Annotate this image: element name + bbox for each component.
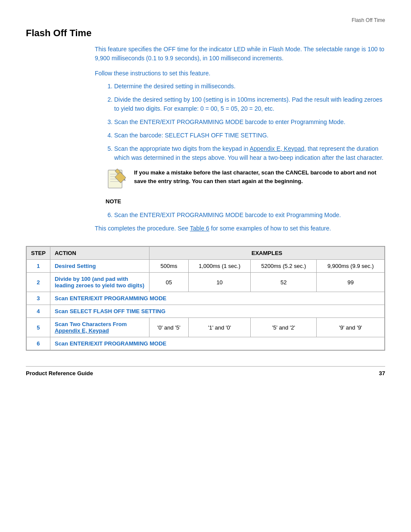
table-row: 2Divide by 100 (and pad with leading zer…: [27, 273, 385, 292]
table-cell-example: '0' and '5': [149, 318, 188, 337]
table-cell-action-span: Scan SELECT FLASH OFF TIME SETTING: [50, 305, 384, 318]
step-6-text: Scan the ENTER/EXIT PROGRAMMING MODE bar…: [114, 212, 341, 218]
instructions-list: Determine the desired setting in millise…: [106, 82, 385, 162]
intro-text: This feature specifies the OFF time for …: [95, 45, 385, 63]
completes-text-before: This completes the procedure. See: [95, 225, 190, 232]
table-cell-example: 5200ms (5.2 sec.): [251, 260, 317, 273]
table-cell-action: Divide by 100 (and pad with leading zero…: [50, 273, 149, 292]
completes-text: This completes the procedure. See Table …: [95, 224, 385, 233]
note-label: NOTE: [106, 198, 385, 205]
table-cell-step: 2: [27, 273, 50, 292]
table-cell-step: 5: [27, 318, 50, 337]
note-box: If you make a mistake before the last ch…: [106, 168, 385, 192]
table-row: 1Desired Setting500ms1,000ms (1 sec.)520…: [27, 260, 385, 273]
table-row: 5Scan Two Characters FromAppendix E, Key…: [27, 318, 385, 337]
step-6-list: Scan the ENTER/EXIT PROGRAMMING MODE bar…: [106, 211, 385, 220]
footer-product-name: Product Reference Guide: [26, 370, 93, 376]
table-cell-example: '5' and '2': [251, 318, 317, 337]
col-header-step: STEP: [27, 247, 50, 260]
table-cell-step: 6: [27, 337, 50, 350]
examples-table-wrapper: STEP ACTION EXAMPLES 1Desired Setting500…: [26, 246, 385, 351]
table-cell-action-span: Scan ENTER/EXIT PROGRAMMING MODE: [50, 292, 384, 305]
table-row: 4Scan SELECT FLASH OFF TIME SETTING: [27, 305, 385, 318]
note-svg-icon: [106, 168, 127, 192]
step-4: Scan the barcode: SELECT FLASH OFF TIME …: [114, 131, 385, 140]
table-header-row: STEP ACTION EXAMPLES: [27, 247, 385, 260]
table-cell-action: Scan Two Characters FromAppendix E, Keyp…: [50, 318, 149, 337]
note-bold-text: If you make a mistake before the last ch…: [134, 169, 377, 184]
table-cell-step: 3: [27, 292, 50, 305]
appendix-link-table[interactable]: Appendix E, Keypad: [55, 327, 109, 334]
step-6-container: Scan the ENTER/EXIT PROGRAMMING MODE bar…: [106, 211, 385, 220]
header-section-title: Flash Off Time: [352, 17, 385, 23]
page: Flash Off Time Flash Off Time This featu…: [0, 0, 411, 389]
step-3: Scan the ENTER/EXIT PROGRAMMING MODE bar…: [114, 118, 385, 127]
table-cell-example: 99: [317, 273, 385, 292]
step-2: Divide the desired setting by 100 (setti…: [114, 95, 385, 113]
col-header-examples: EXAMPLES: [149, 247, 384, 260]
step-2-text: Divide the desired setting by 100 (setti…: [114, 96, 383, 112]
table6-link[interactable]: Table 6: [190, 225, 209, 232]
examples-table: STEP ACTION EXAMPLES 1Desired Setting500…: [26, 246, 385, 350]
table-cell-example: '1' and '0': [188, 318, 250, 337]
step-6: Scan the ENTER/EXIT PROGRAMMING MODE bar…: [114, 211, 385, 220]
note-icon: [106, 168, 127, 192]
table-cell-step: 1: [27, 260, 50, 273]
table-cell-example: 05: [149, 273, 188, 292]
page-footer: Product Reference Guide 37: [26, 366, 385, 376]
completes-text-after: for some examples of how to set this fea…: [209, 225, 331, 232]
step-4-text: Scan the barcode: SELECT FLASH OFF TIME …: [114, 132, 268, 139]
table-cell-step: 4: [27, 305, 50, 318]
table-row: 3Scan ENTER/EXIT PROGRAMMING MODE: [27, 292, 385, 305]
table-row: 6Scan ENTER/EXIT PROGRAMMING MODE: [27, 337, 385, 350]
table-cell-action: Desired Setting: [50, 260, 149, 273]
page-title: Flash Off Time: [26, 28, 385, 39]
table-body: 1Desired Setting500ms1,000ms (1 sec.)520…: [27, 260, 385, 350]
step-5-text-before: Scan the appropriate two digits from the…: [114, 145, 249, 152]
table-cell-example: 500ms: [149, 260, 188, 273]
appendix-link[interactable]: Appendix E, Keypad: [249, 145, 304, 152]
table-cell-example: 9,900ms (9.9 sec.): [317, 260, 385, 273]
table-cell-example: 52: [251, 273, 317, 292]
page-header-section: Flash Off Time: [26, 17, 385, 23]
follow-instructions-text: Follow these instructions to set this fe…: [95, 70, 385, 77]
table-cell-example: '9' and '9': [317, 318, 385, 337]
step-5: Scan the appropriate two digits from the…: [114, 144, 385, 162]
step-3-text: Scan the ENTER/EXIT PROGRAMMING MODE bar…: [114, 118, 346, 125]
table-cell-example: 1,000ms (1 sec.): [188, 260, 250, 273]
col-header-action: ACTION: [50, 247, 149, 260]
note-text: If you make a mistake before the last ch…: [134, 168, 385, 185]
step-1: Determine the desired setting in millise…: [114, 82, 385, 91]
table-cell-example: 10: [188, 273, 250, 292]
table-cell-action-span: Scan ENTER/EXIT PROGRAMMING MODE: [50, 337, 384, 350]
footer-page-number: 37: [379, 370, 385, 376]
step-1-text: Determine the desired setting in millise…: [114, 83, 236, 90]
